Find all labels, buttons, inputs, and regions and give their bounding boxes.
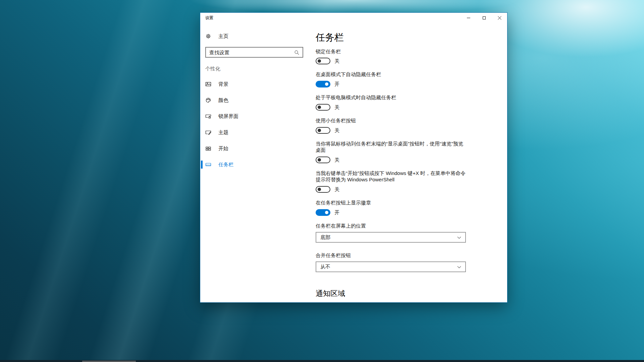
toggle-peek[interactable] xyxy=(316,157,330,163)
chevron-down-icon xyxy=(457,236,461,239)
setting-label-combine-buttons: 合并任务栏按钮 xyxy=(316,252,507,259)
start-icon xyxy=(205,145,211,152)
search-input[interactable] xyxy=(206,48,303,57)
hidden-taskbar-segment xyxy=(82,361,136,362)
setting-label-taskbar-location: 任务栏在屏幕上的位置 xyxy=(316,223,507,229)
notification-area-heading: 通知区域 xyxy=(316,289,507,299)
setting-label-peek: 当你将鼠标移动到任务栏末端的“显示桌面”按钮时，使用“速览”预览桌面 xyxy=(316,140,467,153)
sidebar-item-label: 颜色 xyxy=(218,97,228,104)
lockscreen-icon xyxy=(205,113,211,119)
setting-label-small-buttons: 使用小任务栏按钮 xyxy=(316,117,467,124)
combine-buttons-dropdown[interactable]: 从不 xyxy=(316,261,466,272)
search-box[interactable] xyxy=(205,47,303,58)
dropdown-value: 从不 xyxy=(320,264,330,270)
taskbar-location-dropdown[interactable]: 底部 xyxy=(316,232,466,243)
sidebar-item-label: 主题 xyxy=(218,129,228,136)
sidebar-section-label: 个性化 xyxy=(200,65,316,73)
caption-buttons xyxy=(461,13,507,23)
settings-page: 任务栏 锁定任务栏 关 在桌面模式下自动隐藏任务栏 开 处于平板电脑模式时自动隐… xyxy=(316,23,507,302)
maximize-icon xyxy=(483,16,486,19)
dropdown-value: 底部 xyxy=(320,234,330,241)
window-title: 设置 xyxy=(200,15,213,21)
toggle-knob xyxy=(318,158,321,162)
sidebar-item-lockscreen[interactable]: 锁屏界面 xyxy=(200,108,316,124)
titlebar: 设置 xyxy=(200,13,507,23)
hidden-taskbar-strip xyxy=(0,360,644,362)
minimize-icon xyxy=(467,18,470,18)
toggle-knob xyxy=(325,211,328,214)
close-icon xyxy=(498,16,501,20)
setting-label-powershell: 当我右键单击“开始”按钮或按下 Windows 键+X 时，在菜单中将命令提示符… xyxy=(316,170,467,183)
toggle-knob xyxy=(318,59,321,63)
toggle-state-label: 开 xyxy=(334,209,339,216)
toggle-badges[interactable] xyxy=(316,209,330,216)
settings-window: 设置 主页 xyxy=(200,12,507,303)
toggle-lock-taskbar[interactable] xyxy=(316,58,330,64)
search-icon[interactable] xyxy=(294,50,300,56)
toggle-small-buttons[interactable] xyxy=(316,127,330,134)
setting-label-autohide-desktop: 在桌面模式下自动隐藏任务栏 xyxy=(316,71,467,77)
sidebar-item-label: 锁屏界面 xyxy=(218,113,238,120)
image-icon xyxy=(205,81,211,87)
toggle-state-label: 关 xyxy=(334,58,339,64)
toggle-powershell[interactable] xyxy=(316,186,330,193)
toggle-knob xyxy=(318,106,321,109)
page-title: 任务栏 xyxy=(316,32,507,44)
sidebar-item-home[interactable]: 主页 xyxy=(200,29,316,43)
sidebar-item-label: 任务栏 xyxy=(218,162,233,168)
sidebar-item-themes[interactable]: 主题 xyxy=(200,124,316,140)
toggle-knob xyxy=(325,82,328,86)
sidebar: 主页 个性化 xyxy=(200,23,316,302)
taskbar-icon xyxy=(205,162,211,168)
sidebar-nav: 背景 颜色 xyxy=(200,76,316,173)
toggle-state-label: 关 xyxy=(334,157,339,163)
sidebar-item-label: 开始 xyxy=(218,145,228,152)
sidebar-item-colors[interactable]: 颜色 xyxy=(200,92,316,108)
gear-icon xyxy=(205,33,211,39)
toggle-state-label: 关 xyxy=(334,186,339,193)
toggle-knob xyxy=(318,129,321,132)
sidebar-home-label: 主页 xyxy=(218,33,228,40)
sidebar-item-label: 背景 xyxy=(218,81,228,87)
setting-label-badges: 在任务栏按钮上显示徽章 xyxy=(316,199,467,206)
toggle-state-label: 关 xyxy=(334,127,339,134)
sidebar-item-start[interactable]: 开始 xyxy=(200,140,316,157)
sidebar-item-taskbar[interactable]: 任务栏 xyxy=(200,157,316,173)
toggle-state-label: 关 xyxy=(334,104,339,111)
setting-label-autohide-tablet: 处于平板电脑模式时自动隐藏任务栏 xyxy=(316,94,467,101)
toggle-autohide-desktop[interactable] xyxy=(316,81,330,87)
maximize-button[interactable] xyxy=(476,13,492,23)
palette-icon xyxy=(205,97,211,103)
toggle-knob xyxy=(318,188,321,191)
chevron-down-icon xyxy=(457,266,461,268)
toggle-state-label: 开 xyxy=(334,81,339,87)
sidebar-item-background[interactable]: 背景 xyxy=(200,76,316,92)
toggle-autohide-tablet[interactable] xyxy=(316,104,330,111)
close-button[interactable] xyxy=(492,13,507,23)
minimize-button[interactable] xyxy=(461,13,476,23)
themes-icon xyxy=(205,129,211,135)
setting-label-lock-taskbar: 锁定任务栏 xyxy=(316,48,467,55)
